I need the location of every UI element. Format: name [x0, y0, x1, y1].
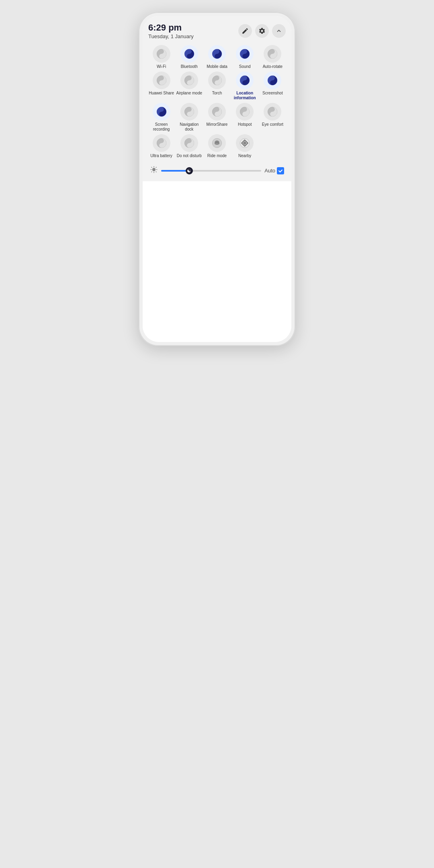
tile-screen-recording[interactable]: Screen recording — [148, 103, 174, 132]
tile-mirror-share-icon — [208, 103, 226, 121]
yin-yang-light9-icon — [267, 106, 278, 117]
yin-yang-light10-icon — [156, 138, 167, 148]
tile-nearby-label: Nearby — [238, 154, 251, 158]
tile-screenshot[interactable]: Screenshot — [260, 72, 286, 100]
svg-point-13 — [272, 51, 273, 52]
yin-yang-dark3-icon — [240, 49, 250, 59]
tile-hotspot[interactable]: Hotspot — [232, 103, 258, 132]
svg-point-8 — [216, 55, 218, 57]
tile-torch-label: Torch — [212, 91, 222, 96]
tile-nearby[interactable]: Nearby — [232, 134, 258, 158]
tile-ride-mode[interactable]: Ride mode — [204, 134, 230, 158]
tile-location[interactable]: Location information — [232, 72, 258, 100]
svg-point-16 — [161, 77, 162, 79]
tile-eye-comfort[interactable]: Eye comfort — [260, 103, 286, 132]
svg-point-31 — [161, 108, 162, 110]
notification-panel: 6:29 pm Tuesday, 1 January — [143, 16, 291, 181]
tile-eye-comfort-label: Eye comfort — [262, 122, 283, 127]
svg-point-19 — [188, 77, 190, 79]
tile-airplane-mode-label: Airplane mode — [176, 91, 202, 96]
tile-sound[interactable]: Sound — [232, 45, 258, 69]
tile-torch-icon — [208, 72, 226, 89]
tile-airplane-mode[interactable]: Airplane mode — [176, 72, 202, 100]
tile-bluetooth-label: Bluetooth — [181, 64, 198, 69]
tile-wifi-icon — [153, 45, 170, 63]
tile-ride-mode-icon — [208, 134, 226, 152]
tile-torch[interactable]: Torch — [204, 72, 230, 100]
tile-location-icon — [236, 72, 254, 89]
svg-point-58 — [152, 168, 156, 171]
svg-point-2 — [161, 55, 162, 57]
tile-wifi-label: Wi-Fi — [157, 64, 166, 69]
phone-device: 6:29 pm Tuesday, 1 January — [139, 12, 295, 346]
tile-sound-icon — [236, 45, 254, 63]
yin-yang-light2-icon — [267, 49, 278, 59]
svg-point-50 — [188, 145, 190, 146]
tile-screen-recording-icon — [153, 103, 170, 121]
yin-yang-light6-icon — [184, 106, 194, 117]
svg-line-64 — [156, 172, 157, 172]
tile-navigation-dock[interactable]: Navigation dock — [176, 103, 202, 132]
svg-point-26 — [244, 82, 246, 84]
svg-point-41 — [244, 113, 246, 115]
svg-point-28 — [272, 77, 273, 79]
yin-yang-dark4-icon — [240, 75, 250, 86]
yin-yang-light4-icon — [184, 75, 194, 86]
clock-date: Tuesday, 1 January — [148, 33, 194, 39]
auto-text: Auto — [264, 168, 275, 174]
collapse-button[interactable] — [272, 24, 286, 38]
tile-do-not-disturb-icon — [180, 134, 198, 152]
tile-hotspot-label: Hotspot — [238, 122, 252, 127]
tile-ultra-battery[interactable]: Ultra battery — [148, 134, 174, 158]
svg-point-37 — [216, 108, 218, 110]
svg-point-22 — [216, 77, 218, 79]
header-icons — [238, 24, 286, 38]
yin-yang-light11-icon — [184, 138, 194, 148]
tile-mobile-data[interactable]: Mobile data — [204, 45, 230, 69]
auto-checkbox[interactable] — [277, 167, 284, 174]
ride-icon — [212, 138, 222, 148]
brightness-slider-fill — [161, 170, 189, 172]
settings-icon — [258, 27, 266, 35]
edit-button[interactable] — [238, 24, 252, 38]
tile-mirror-share[interactable]: MirrorShare — [204, 103, 230, 132]
tile-mobile-data-icon — [208, 45, 226, 63]
tile-airplane-mode-icon — [180, 72, 198, 89]
tile-auto-rotate[interactable]: Auto-rotate — [260, 45, 286, 69]
svg-point-10 — [244, 51, 246, 52]
yin-yang-icon — [156, 49, 167, 59]
brightness-slider-track[interactable] — [161, 170, 261, 172]
svg-line-66 — [151, 172, 152, 172]
tile-do-not-disturb[interactable]: Do not disturb — [176, 134, 202, 158]
tile-bluetooth[interactable]: Bluetooth — [176, 45, 202, 69]
svg-point-1 — [161, 51, 162, 52]
tile-auto-rotate-label: Auto-rotate — [263, 64, 283, 69]
tile-huawei-share-label: Huawei Share — [149, 91, 174, 96]
yin-yang-light5-icon — [212, 75, 222, 86]
tile-wifi[interactable]: Wi-Fi — [148, 45, 174, 69]
svg-point-17 — [161, 82, 162, 84]
phone-home-screen — [143, 181, 291, 342]
yin-yang-light3-icon — [156, 75, 167, 86]
yin-yang-dark5-icon — [267, 75, 278, 86]
svg-point-34 — [188, 108, 190, 110]
edit-icon — [242, 27, 249, 35]
svg-point-29 — [272, 82, 273, 84]
tile-bluetooth-icon — [180, 45, 198, 63]
tile-huawei-share[interactable]: Huawei Share — [148, 72, 174, 100]
svg-point-32 — [161, 113, 162, 115]
yin-yang-light8-icon — [240, 106, 250, 117]
svg-point-7 — [216, 51, 218, 52]
svg-point-43 — [272, 108, 273, 110]
svg-point-40 — [244, 108, 246, 110]
svg-line-65 — [156, 167, 157, 168]
svg-point-4 — [188, 51, 190, 52]
tile-huawei-share-icon — [153, 72, 170, 89]
settings-button[interactable] — [255, 24, 269, 38]
tile-ultra-battery-label: Ultra battery — [150, 154, 172, 158]
tile-eye-comfort-icon — [264, 103, 281, 121]
tile-sound-label: Sound — [239, 64, 251, 69]
tile-nearby-icon — [236, 134, 254, 152]
brightness-low-icon — [150, 166, 158, 176]
time-date: 6:29 pm Tuesday, 1 January — [148, 23, 194, 39]
